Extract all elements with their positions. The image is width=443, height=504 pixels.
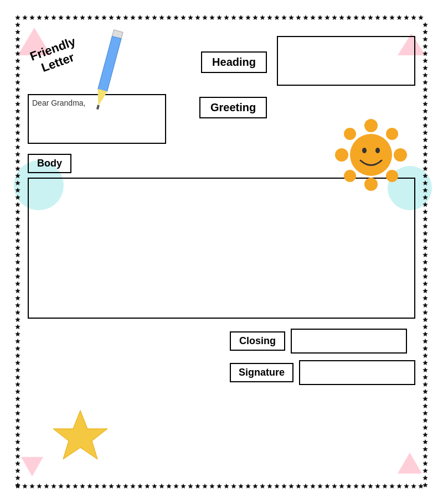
heading-label: Heading [201,51,267,73]
star-decoration [50,408,111,468]
signature-input[interactable] [299,360,415,385]
sun-illustration [335,119,407,199]
svg-point-10 [375,148,380,153]
svg-point-8 [350,134,392,176]
bottom-section: Closing Signature [28,329,415,385]
greeting-label: Greeting [199,97,267,118]
star-svg [50,408,111,466]
svg-point-4 [344,128,356,140]
svg-point-7 [386,170,398,182]
heading-input[interactable] [277,36,415,86]
svg-point-1 [364,178,378,191]
heading-group: Heading [201,36,415,86]
svg-point-5 [386,128,398,140]
closing-row: Closing [230,329,415,354]
svg-point-9 [362,148,367,153]
svg-marker-11 [53,411,107,459]
signature-label: Signature [230,363,293,382]
sun-svg [335,119,407,196]
svg-point-6 [344,170,356,182]
signature-row: Signature [230,360,415,385]
body-label: Body [28,154,71,173]
closing-signature-area: Closing Signature [230,329,415,385]
svg-point-3 [394,148,407,162]
svg-point-0 [364,119,378,132]
svg-point-2 [335,148,348,162]
closing-input[interactable] [291,329,407,354]
body-input[interactable] [28,178,415,319]
heading-row: Heading [28,36,415,86]
closing-label: Closing [230,331,285,351]
